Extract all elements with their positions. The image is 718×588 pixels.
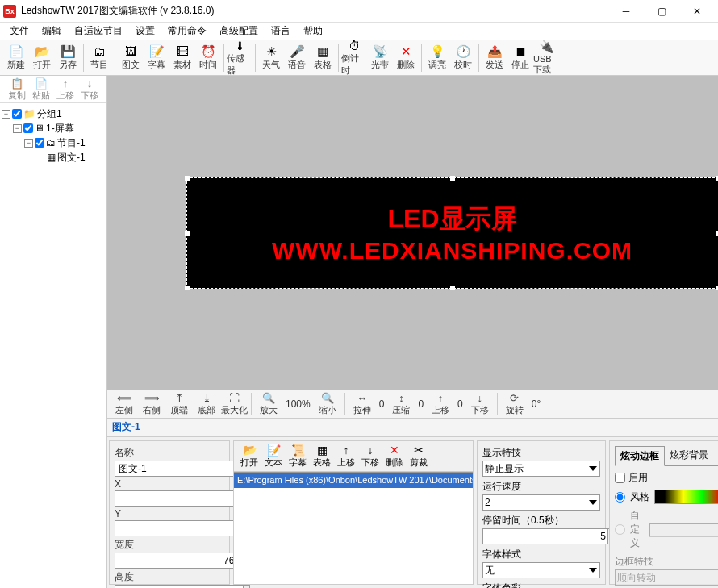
x-input[interactable] bbox=[115, 490, 244, 507]
y-input[interactable] bbox=[115, 520, 244, 536]
font-style-label: 字体样式 bbox=[482, 548, 600, 561]
expand-icon[interactable]: − bbox=[13, 124, 22, 133]
resize-handle[interactable] bbox=[185, 176, 190, 181]
toolbar-新建[interactable]: 📄新建 bbox=[3, 42, 29, 74]
view-顶端[interactable]: ⤒顶端 bbox=[165, 392, 193, 416]
toolbar-倒计时[interactable]: ⏱倒计时 bbox=[341, 42, 367, 74]
height-label: 高度 bbox=[115, 570, 224, 584]
content-上移[interactable]: ↑上移 bbox=[334, 444, 358, 469]
content-list[interactable]: E:\Program Files (x86)\Onbon\LedshowTW 2… bbox=[234, 472, 473, 584]
enable-label: 启用 bbox=[628, 471, 648, 485]
view-下移[interactable]: ↓下移 bbox=[466, 392, 494, 416]
toolbar-时间[interactable]: ⏰时间 bbox=[195, 42, 221, 74]
zoom-out-button[interactable]: 🔍缩小 bbox=[314, 392, 341, 416]
resize-handle[interactable] bbox=[450, 176, 455, 181]
toolbar-发送[interactable]: 📤发送 bbox=[482, 42, 507, 74]
maximize-button[interactable]: ▢ bbox=[644, 0, 679, 23]
tree-program[interactable]: 节目-1 bbox=[57, 136, 86, 150]
edit-粘贴[interactable]: 📄粘贴 bbox=[29, 77, 53, 102]
resize-handle[interactable] bbox=[716, 286, 719, 290]
toolbar-表格[interactable]: ▦表格 bbox=[310, 42, 336, 74]
width-input[interactable] bbox=[115, 553, 244, 569]
tab-background[interactable]: 炫彩背景 bbox=[665, 446, 713, 465]
led-text-1: LED显示屏 bbox=[388, 202, 517, 237]
menu-file[interactable]: 文件 bbox=[3, 22, 35, 40]
toolbar-打开[interactable]: 📂打开 bbox=[29, 42, 55, 74]
menu-adaptive[interactable]: 自适应节目 bbox=[68, 22, 129, 40]
resize-handle[interactable] bbox=[185, 286, 190, 290]
content-文本[interactable]: 📝文本 bbox=[261, 444, 286, 469]
toolbar-传感器[interactable]: 🌡传感器 bbox=[227, 42, 253, 74]
toolbar-语音[interactable]: 🎤语音 bbox=[284, 42, 310, 74]
canvas-area[interactable]: LED显示屏 WWW.LEDXIANSHIPING.COM bbox=[107, 76, 718, 390]
menu-language[interactable]: 语言 bbox=[265, 22, 297, 40]
right-panel: LED显示屏 WWW.LEDXIANSHIPING.COM ⟸左侧⟹右侧⤒顶端⤓… bbox=[107, 76, 718, 588]
screen-check[interactable] bbox=[23, 123, 33, 133]
resize-handle[interactable] bbox=[450, 286, 455, 290]
menu-edit[interactable]: 编辑 bbox=[35, 22, 68, 40]
view-上移[interactable]: ↑上移 bbox=[427, 392, 454, 416]
name-input[interactable] bbox=[115, 461, 244, 477]
toolbar-校时[interactable]: 🕐校时 bbox=[450, 42, 476, 74]
view-左侧[interactable]: ⟸左侧 bbox=[111, 392, 138, 416]
toolbar-光带[interactable]: 📡光带 bbox=[367, 42, 393, 74]
speed-select[interactable]: 2 bbox=[482, 494, 600, 511]
close-button[interactable]: ✕ bbox=[679, 0, 715, 23]
font-style-select[interactable]: 无 bbox=[482, 562, 600, 578]
toolbar-USB下载[interactable]: 🔌USB下载 bbox=[533, 42, 559, 74]
list-item[interactable]: E:\Program Files (x86)\Onbon\LedshowTW 2… bbox=[234, 473, 473, 488]
tab-border[interactable]: 炫动边框 bbox=[615, 446, 665, 466]
view-右侧[interactable]: ⟹右侧 bbox=[138, 392, 165, 416]
toolbar-素材[interactable]: 🎞素材 bbox=[169, 42, 195, 74]
表格-icon: ▦ bbox=[316, 45, 329, 58]
content-字幕[interactable]: 📜字幕 bbox=[286, 444, 310, 469]
height-spinner[interactable]: ▲▼ bbox=[244, 585, 250, 588]
program-check[interactable] bbox=[35, 138, 44, 148]
expand-icon[interactable]: − bbox=[24, 139, 33, 148]
tree-group[interactable]: 分组1 bbox=[37, 107, 62, 121]
content-剪裁[interactable]: ✂剪裁 bbox=[407, 444, 431, 469]
project-tree[interactable]: −📁分组1 −🖥1-屏幕 −🗂节目-1 ▦图文-1 bbox=[0, 103, 106, 588]
content-下移[interactable]: ↓下移 bbox=[358, 444, 382, 469]
edit-下移[interactable]: ↓下移 bbox=[77, 77, 102, 102]
zoom-in-button[interactable]: 🔍放大 bbox=[255, 392, 282, 416]
stay-input[interactable] bbox=[482, 528, 608, 544]
left-sidebar: 📋复制📄粘贴↑上移↓下移 −📁分组1 −🖥1-屏幕 −🗂节目-1 ▦图文-1 bbox=[0, 76, 107, 588]
border-tabs: 炫动边框 炫彩背景 bbox=[615, 446, 718, 466]
resize-handle[interactable] bbox=[716, 176, 719, 181]
view-最大化[interactable]: ⛶最大化 bbox=[220, 392, 248, 416]
enable-border-check[interactable] bbox=[615, 473, 625, 483]
content-删除[interactable]: ✕删除 bbox=[382, 444, 407, 469]
toolbar-字幕[interactable]: 📝字幕 bbox=[144, 42, 169, 74]
expand-icon[interactable]: − bbox=[2, 110, 10, 119]
toolbar-节目[interactable]: 🗂节目 bbox=[86, 42, 112, 74]
style-radio[interactable] bbox=[615, 492, 625, 503]
menu-common[interactable]: 常用命令 bbox=[161, 22, 213, 40]
menu-help[interactable]: 帮助 bbox=[297, 22, 329, 40]
toolbar-调亮[interactable]: 💡调亮 bbox=[424, 42, 450, 74]
height-input[interactable] bbox=[115, 585, 244, 588]
led-preview[interactable]: LED显示屏 WWW.LEDXIANSHIPING.COM bbox=[186, 177, 719, 289]
edit-复制[interactable]: 📋复制 bbox=[5, 77, 29, 102]
toolbar-停止[interactable]: ⏹停止 bbox=[507, 42, 533, 74]
view-拉伸-value: 0 bbox=[376, 398, 388, 410]
menu-settings[interactable]: 设置 bbox=[129, 22, 161, 40]
resize-handle[interactable] bbox=[716, 231, 719, 236]
toolbar-图文[interactable]: 🖼图文 bbox=[118, 42, 144, 74]
toolbar-另存[interactable]: 💾另存 bbox=[55, 42, 81, 74]
resize-handle[interactable] bbox=[185, 231, 190, 236]
area-tab-label[interactable]: 图文-1 bbox=[107, 419, 718, 436]
tree-screen[interactable]: 1-屏幕 bbox=[46, 122, 74, 136]
toolbar-删除[interactable]: ✕删除 bbox=[393, 42, 419, 74]
view-底部[interactable]: ⤓底部 bbox=[193, 392, 220, 416]
toolbar-天气[interactable]: ☀天气 bbox=[258, 42, 284, 74]
edit-上移[interactable]: ↑上移 bbox=[53, 77, 77, 102]
view-压缩[interactable]: ↕压缩 bbox=[387, 392, 415, 416]
tree-area[interactable]: 图文-1 bbox=[57, 151, 86, 165]
minimize-button[interactable]: ─ bbox=[608, 0, 644, 23]
view-拉伸[interactable]: ↔拉伸 bbox=[349, 392, 376, 416]
show-effect-select[interactable]: 静止显示 bbox=[482, 461, 600, 477]
content-打开[interactable]: 📂打开 bbox=[237, 444, 261, 469]
group-check[interactable] bbox=[12, 109, 22, 119]
content-表格[interactable]: ▦表格 bbox=[310, 444, 334, 469]
